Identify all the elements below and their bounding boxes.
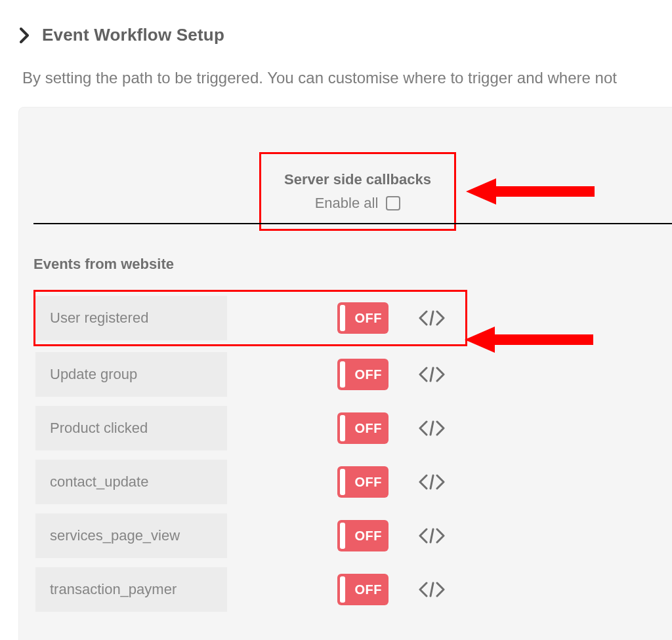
svg-line-4 [430,529,433,542]
event-row-wrap: Update group OFF [33,349,672,400]
toggle-knob [340,361,345,388]
code-icon[interactable] [419,527,445,545]
toggle-label: OFF [355,421,383,436]
event-toggle[interactable]: OFF [337,302,388,334]
event-label[interactable]: contact_update [35,460,227,504]
callbacks-title: Server side callbacks [284,171,431,188]
event-row: services_page_view OFF [33,511,672,560]
svg-line-3 [430,475,433,489]
event-toggle[interactable]: OFF [337,574,388,605]
event-label[interactable]: transaction_paymer [35,567,227,612]
event-row-wrap: Product clicked OFF [33,403,672,454]
svg-line-0 [430,311,433,325]
event-toggle[interactable]: OFF [337,359,388,390]
page-description: By setting the path to be triggered. You… [0,45,672,87]
event-label[interactable]: Product clicked [35,406,227,450]
event-row: User registered OFF [35,296,465,340]
event-row-wrap: transaction_paymer OFF [33,564,672,615]
event-row: Product clicked OFF [33,404,672,452]
svg-line-1 [430,368,433,381]
toggle-label: OFF [355,529,383,544]
code-icon[interactable] [419,580,445,599]
code-icon[interactable] [419,473,445,491]
enable-all-checkbox[interactable] [386,196,400,210]
event-label[interactable]: Update group [35,352,227,397]
toggle-knob [340,305,345,331]
toggle-knob [340,469,345,495]
event-row: Update group OFF [33,350,672,399]
chevron-right-icon[interactable] [20,28,30,43]
code-icon[interactable] [419,365,445,384]
event-row: contact_update OFF [33,458,672,506]
svg-line-5 [430,583,433,596]
page-title: Event Workflow Setup [42,25,224,45]
settings-panel: Server side callbacks Enable all Events … [18,107,672,640]
toggle-knob [340,576,345,603]
event-toggle[interactable]: OFF [337,520,388,551]
event-label[interactable]: User registered [35,296,227,340]
toggle-label: OFF [355,475,383,490]
section-divider [33,223,672,224]
event-toggle[interactable]: OFF [337,412,388,444]
toggle-label: OFF [355,367,383,382]
event-row-wrap: services_page_view OFF [33,510,672,561]
event-row-wrap: contact_update OFF [33,456,672,508]
page-header: Event Workflow Setup [0,0,672,45]
events-section: Events from website User registered OFF … [19,219,672,615]
toggle-label: OFF [355,582,383,597]
event-toggle[interactable]: OFF [337,466,388,498]
toggle-label: OFF [355,311,383,326]
svg-line-2 [430,422,433,435]
toggle-knob [340,523,345,549]
event-row-highlight: User registered OFF [33,290,467,346]
callbacks-highlight-box: Server side callbacks Enable all [259,152,456,231]
code-icon[interactable] [419,309,445,327]
callbacks-header: Server side callbacks Enable all [19,108,672,219]
enable-all-row: Enable all [315,195,401,212]
toggle-knob [340,415,345,441]
event-label[interactable]: services_page_view [35,513,227,558]
events-section-title: Events from website [33,256,672,273]
event-row: transaction_paymer OFF [33,565,672,614]
enable-all-label: Enable all [315,195,379,212]
code-icon[interactable] [419,419,445,437]
